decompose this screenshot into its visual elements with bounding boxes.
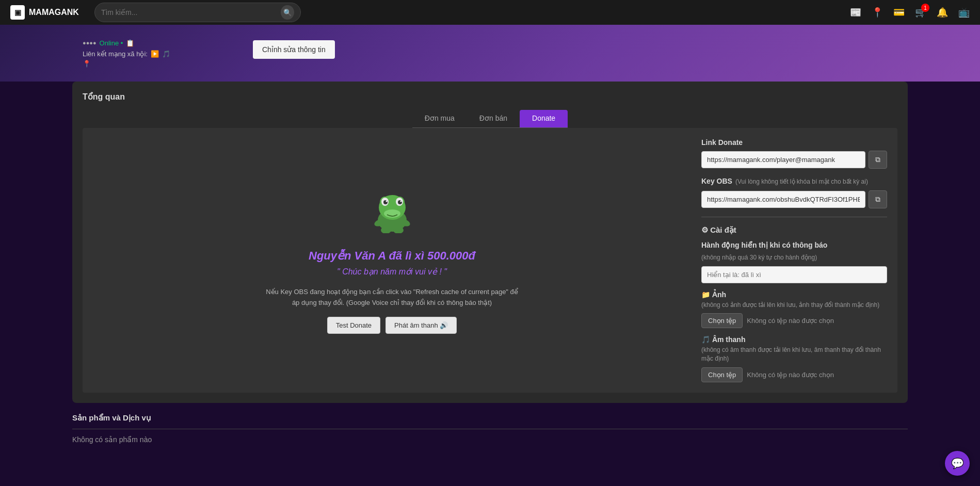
choose-image-button[interactable]: Chọn tệp (701, 313, 743, 328)
test-donate-button[interactable]: Test Donate (327, 317, 380, 334)
tab-don-mua[interactable]: Đơn mua (412, 110, 467, 127)
sound-section: 🎵 Âm thanh (không có âm thanh được tải l… (701, 335, 887, 382)
page-title: Tổng quan (83, 92, 125, 102)
image-filename: Không có tệp nào được chọn (747, 317, 834, 325)
key-obs-input[interactable] (701, 191, 865, 208)
main-container: Tổng quan Đơn mua Đơn bán Donate (72, 82, 908, 403)
action-sublabel: (không nhập quá 30 ký tự cho hành động) (701, 253, 887, 262)
search-bar: 🔍 (94, 3, 301, 22)
wallet-icon[interactable]: 💳 (893, 7, 905, 18)
donate-preview-message: " Chúc bạn năm mới vui vẻ ! " (337, 267, 447, 277)
svg-point-12 (400, 201, 401, 202)
choose-sound-button[interactable]: Chọn tệp (701, 367, 743, 382)
copy-key-button[interactable]: ⧉ (869, 190, 887, 208)
key-obs-row: ⧉ (701, 190, 887, 208)
link-donate-section: Link Donate ⧉ (701, 138, 887, 169)
cart-badge: 1 (921, 4, 929, 12)
logo-text: MAMAGANK (29, 8, 79, 17)
chat-bubble[interactable]: 💬 (945, 451, 970, 476)
banner-info: ●●●● Online • 📋 Liên kết mạng xã hội: ▶️… (83, 39, 170, 68)
location-pin-icon[interactable]: 📍 (872, 7, 883, 18)
search-input[interactable] (101, 8, 278, 17)
key-obs-label: Key OBS (701, 177, 732, 185)
svg-point-11 (385, 201, 387, 202)
image-sublabel: (không có ảnh được tải lên khi lưu, ảnh … (701, 301, 887, 310)
header-right: 📰 📍 💳 🛒 1 🔔 📺 (850, 7, 970, 18)
donate-preview-name: Nguyễn Văn A đã lì xì 500.000đ (309, 249, 475, 263)
link-donate-label: Link Donate (701, 138, 887, 147)
tabs-row: Đơn mua Đơn bán Donate (83, 110, 897, 128)
key-obs-section: Key OBS (Vui lòng không tiết lộ khóa bí … (701, 177, 887, 208)
screen-icon[interactable]: 📺 (958, 7, 970, 18)
action-section: Hành động hiển thị khi có thông báo (khô… (701, 241, 887, 283)
search-button[interactable]: 🔍 (281, 5, 294, 20)
donate-content: Nguyễn Văn A đã lì xì 500.000đ " Chúc bạ… (83, 128, 897, 393)
social-label: Liên kết mạng xã hội: (83, 50, 148, 58)
tabs: Đơn mua Đơn bán Donate (412, 110, 568, 128)
image-label: 📁 Ảnh (701, 290, 887, 299)
bottom-section: Sản phẩm và Dịch vụ Không có sản phẩm nà… (72, 403, 908, 454)
donate-actions: Test Donate Phát âm thanh 🔊 (327, 317, 457, 334)
location-icon: 📍 (83, 60, 91, 68)
link-donate-input[interactable] (701, 151, 865, 168)
key-obs-sublabel: (Vui lòng không tiết lộ khóa bí mật cho … (735, 177, 868, 186)
settings-title: ⚙ Cài đặt (701, 225, 887, 235)
cart-icon[interactable]: 🛒 1 (915, 7, 926, 18)
image-file-row: Chọn tệp Không có tệp nào được chọn (701, 313, 887, 328)
banner: ●●●● Online • 📋 Liên kết mạng xã hội: ▶️… (0, 25, 980, 82)
image-section: 📁 Ảnh (không có ảnh được tải lên khi lưu… (701, 290, 887, 329)
section-header: Tổng quan (83, 92, 897, 102)
tab-donate[interactable]: Donate (520, 110, 568, 127)
online-status: Online • (100, 39, 123, 47)
sound-sublabel: (không có âm thanh được tải lên khi lưu,… (701, 346, 887, 363)
action-label: Hành động hiển thị khi có thông báo (701, 241, 887, 249)
logo-icon: ▣ (10, 5, 25, 20)
bell-icon[interactable]: 🔔 (937, 7, 948, 18)
play-sound-button[interactable]: Phát âm thanh 🔊 (385, 317, 457, 334)
sound-label: 🎵 Âm thanh (701, 335, 887, 344)
youtube-icon: ▶️ (151, 50, 159, 58)
tiktok-icon: 🎵 (162, 50, 170, 58)
no-products-text: Không có sản phẩm nào (72, 435, 908, 444)
donate-preview: Nguyễn Văn A đã lì xì 500.000đ " Chúc bạ… (93, 138, 691, 382)
donate-instruction: Nếu Key OBS đang hoạt động bạn cần click… (263, 287, 521, 309)
logo[interactable]: ▣ MAMAGANK (10, 5, 79, 20)
sound-file-row: Chọn tệp Không có tệp nào được chọn (701, 367, 887, 382)
settings-section: ⚙ Cài đặt Hành động hiển thị khi có thôn… (701, 217, 887, 382)
edit-profile-button[interactable]: Chỉnh sửa thông tin (253, 40, 335, 59)
products-title: Sản phẩm và Dịch vụ (72, 413, 908, 429)
sound-filename: Không có tệp nào được chọn (747, 371, 834, 379)
pepe-icon (372, 187, 413, 241)
tab-don-ban[interactable]: Đơn bán (467, 110, 520, 127)
header: ▣ MAMAGANK 🔍 📰 📍 💳 🛒 1 🔔 📺 (0, 0, 980, 25)
donate-settings: Link Donate ⧉ Key OBS (Vui lòng không ti… (701, 138, 887, 382)
action-input[interactable] (701, 266, 887, 283)
link-donate-row: ⧉ (701, 151, 887, 169)
newspaper-icon[interactable]: 📰 (850, 7, 861, 18)
copy-link-button[interactable]: ⧉ (869, 151, 887, 169)
